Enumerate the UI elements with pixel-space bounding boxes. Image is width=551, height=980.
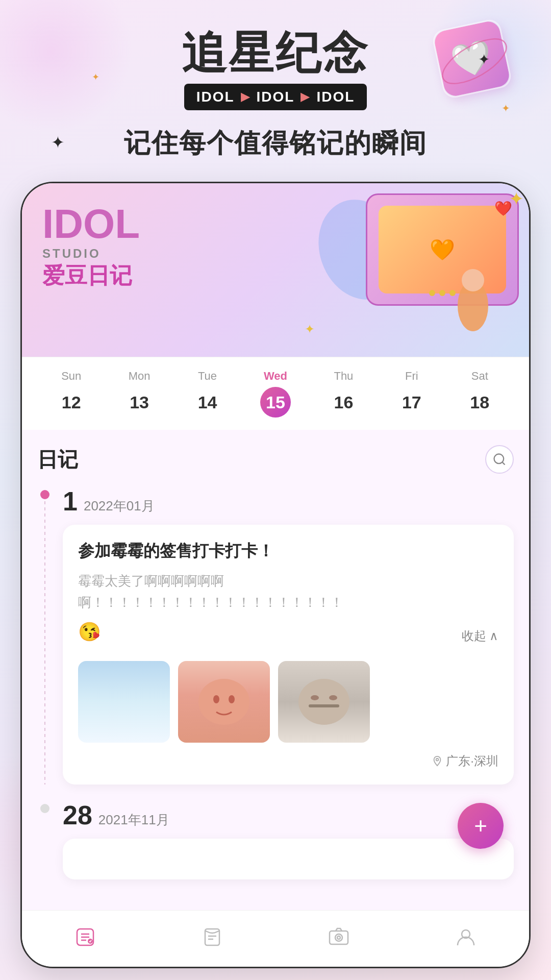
calendar-day-13[interactable]: Mon 13 [105, 370, 173, 418]
collapse-button-1[interactable]: 收起 ∧ [462, 628, 498, 644]
entry-month-1: 2022年01月 [84, 497, 155, 515]
timeline-line-1 [44, 501, 45, 785]
calendar-day-12[interactable]: Sun 12 [37, 370, 105, 418]
add-button[interactable]: + [458, 803, 504, 849]
svg-point-12 [436, 758, 439, 761]
collapse-icon-1: ∧ [489, 629, 498, 643]
timeline-left-2 [37, 800, 53, 879]
entry-date-2: 28 2021年11月 [63, 800, 514, 830]
banner-sparkle2-icon: ✦ [305, 322, 315, 336]
nav-profile-icon [452, 923, 480, 951]
timeline-item-2: 28 2021年11月 [37, 800, 514, 879]
edit-icon [492, 452, 507, 467]
svg-point-0 [436, 30, 513, 92]
diary-photos-1 [78, 661, 498, 743]
nav-item-book[interactable] [149, 923, 276, 951]
cal-day-num-17: 17 [396, 387, 427, 418]
diary-card-content-1: 霉霉太美了啊啊啊啊啊啊啊！！！！！！！！！！！！！！！！！！！ [78, 571, 498, 613]
location-text-1: 广东·深圳 [446, 753, 498, 769]
subtitle: 记住每个值得铭记的瞬间 [20, 126, 531, 161]
idol-badge-item-1: IDOL [196, 89, 235, 105]
diary-title: 日记 [37, 446, 78, 474]
app-banner-subtitle: STUDIO [42, 247, 509, 261]
svg-point-7 [229, 695, 235, 703]
orbit-ring [434, 20, 515, 102]
entry-date-1: 1 2022年01月 [63, 486, 514, 517]
sparkle-3: ✦ [502, 102, 510, 114]
cal-day-name-16: Thu [310, 370, 378, 383]
calendar-section: Sun 12 Mon 13 Tue 14 Wed 15 Thu 16 Fri 1… [22, 357, 529, 430]
photo-sky-bg [78, 661, 170, 743]
timeline-dot-2 [40, 804, 49, 813]
cal-day-name-17: Fri [378, 370, 445, 383]
phone-mockup: IDOL STUDIO 爱豆日记 🧡 [20, 182, 531, 968]
banner-sparkle-icon: ✦ [509, 188, 524, 210]
idol-badge-item-2: IDOL [257, 89, 295, 105]
diary-card-1: 参加霉霉的签售打卡打卡！ 霉霉太美了啊啊啊啊啊啊啊！！！！！！！！！！！！！！！… [63, 525, 514, 785]
cal-day-num-16: 16 [328, 387, 359, 418]
timeline-item-1: 1 2022年01月 参加霉霉的签售打卡打卡！ 霉霉太美了啊啊啊啊啊啊啊！！！！… [37, 486, 514, 785]
idol-badge: IDOL ▶ IDOL ▶ IDOL [184, 84, 367, 110]
diary-header: 日记 [37, 445, 514, 474]
nav-item-photo[interactable] [276, 923, 403, 951]
timeline-left-1 [37, 486, 53, 785]
nav-item-diary[interactable] [22, 923, 149, 951]
photo-face2-bg [278, 661, 370, 743]
plus-icon: + [474, 813, 487, 839]
svg-rect-16 [330, 931, 348, 944]
entry-month-2: 2021年11月 [98, 811, 169, 829]
sparkle-2: ✦ [478, 51, 490, 68]
photo-nav-icon [328, 926, 350, 948]
timeline-right-1: 1 2022年01月 参加霉霉的签售打卡打卡！ 霉霉太美了啊啊啊啊啊啊啊！！！！… [63, 486, 514, 785]
svg-point-8 [298, 679, 349, 725]
cal-day-num-15: 15 [260, 387, 291, 418]
diary-card-title-1: 参加霉霉的签售打卡打卡！ [78, 540, 498, 562]
bottom-nav [22, 910, 529, 967]
svg-point-6 [213, 695, 219, 703]
location-icon [432, 755, 443, 767]
calendar-day-17[interactable]: Fri 17 [378, 370, 445, 418]
timeline-dot-1 [40, 490, 49, 499]
nav-book-icon [198, 923, 227, 951]
entry-day-1: 1 [63, 486, 78, 517]
face1-icon [193, 676, 255, 727]
sparkle-4: ✦ [92, 71, 99, 83]
photo-sky [78, 661, 170, 743]
calendar-day-18[interactable]: Sat 18 [446, 370, 514, 418]
phone-wrapper: IDOL STUDIO 爱豆日记 🧡 [0, 182, 551, 968]
calendar-day-15[interactable]: Wed 15 [241, 370, 309, 418]
diary-edit-button[interactable] [485, 445, 514, 474]
cal-day-name-15: Wed [241, 370, 309, 383]
photo-face-1 [178, 661, 270, 743]
cal-day-num-13: 13 [124, 387, 155, 418]
app-banner: IDOL STUDIO 爱豆日记 🧡 [22, 183, 529, 357]
diary-location-1: 广东·深圳 [78, 753, 498, 769]
svg-point-5 [198, 679, 249, 725]
sparkle-1: ✦ [51, 133, 65, 152]
arrow-icon-1: ▶ [241, 90, 251, 104]
cal-day-name-13: Mon [105, 370, 173, 383]
svg-point-4 [494, 454, 504, 464]
collapse-label-1: 收起 [462, 628, 486, 644]
calendar-day-14[interactable]: Tue 14 [173, 370, 241, 418]
diary-card-actions-1: 😘 收起 ∧ [78, 621, 498, 651]
svg-point-18 [337, 936, 340, 939]
cal-day-num-12: 12 [56, 387, 87, 418]
cal-day-name-18: Sat [446, 370, 514, 383]
arrow-icon-2: ▶ [300, 90, 310, 104]
app-banner-name: 爱豆日记 [42, 261, 509, 291]
book-nav-icon [201, 926, 223, 948]
svg-point-10 [329, 695, 337, 700]
profile-nav-icon [455, 926, 477, 948]
diary-card-2 [63, 839, 514, 879]
nav-item-profile[interactable] [403, 923, 530, 951]
cal-day-name-12: Sun [37, 370, 105, 383]
calendar-row: Sun 12 Mon 13 Tue 14 Wed 15 Thu 16 Fri 1… [37, 370, 514, 418]
face2-icon [293, 676, 355, 727]
nav-photo-icon [324, 923, 353, 951]
photo-face1-bg [178, 661, 270, 743]
nav-diary-icon [71, 923, 99, 951]
top-section: 🤍 ✦ ✦ ✦ ✦ 追星纪念 IDOL ▶ IDOL ▶ IDOL 记住每个值得… [0, 0, 551, 161]
photo-face-2 [278, 661, 370, 743]
calendar-day-16[interactable]: Thu 16 [310, 370, 378, 418]
